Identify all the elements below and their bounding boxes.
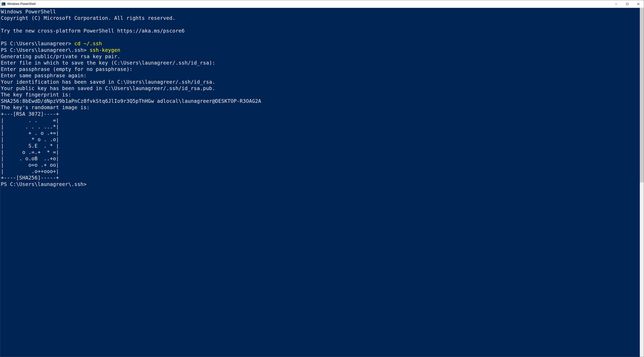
powershell-icon	[2, 2, 6, 6]
randomart-line: +----[SHA256]-----+	[1, 175, 59, 180]
scrollbar-thumb[interactable]	[640, 8, 644, 182]
command-text: cd ~/.ssh	[74, 40, 102, 46]
maximize-button[interactable]	[622, 0, 633, 8]
close-button[interactable]	[633, 0, 644, 8]
output-line: Enter file in which to save the key (C:\…	[1, 60, 215, 66]
randomart-line: +---[RSA 3072]----+	[1, 111, 59, 117]
randomart-line: | . . . ...*|	[1, 124, 59, 130]
minimize-button[interactable]	[611, 0, 622, 8]
randomart-line: | . . =|	[1, 118, 59, 123]
window-title: Windows PowerShell	[7, 2, 611, 6]
terminal-output[interactable]: Windows PowerShell Copyright (C) Microso…	[0, 8, 640, 357]
randomart-line: | o=o .+ oo|	[1, 162, 59, 168]
prompt: PS C:\Users\launagreer\.ssh>	[1, 47, 90, 53]
banner-line: Copyright (C) Microsoft Corporation. All…	[1, 15, 176, 21]
randomart-line: | . o.oB ..+o|	[1, 156, 59, 162]
window-controls	[611, 0, 644, 8]
randomart-line: | .o++ooo+|	[1, 168, 59, 174]
output-line: SHA256:8bEwdD/dNpzV9b1aPnCz8fvkStq6JlIo9…	[1, 98, 261, 104]
vertical-scrollbar[interactable]	[640, 8, 644, 357]
randomart-line: | + . o .+=|	[1, 130, 59, 136]
content-area: Windows PowerShell Copyright (C) Microso…	[0, 8, 644, 357]
prompt: PS C:\Users\launagreer\.ssh>	[1, 181, 90, 187]
output-line: The key's randomart image is:	[1, 104, 90, 110]
try-line: Try the new cross-platform PowerShell ht…	[1, 28, 185, 34]
output-line: The key fingerprint is:	[1, 92, 71, 98]
output-line: Enter passphrase (empty for no passphras…	[1, 66, 132, 72]
output-line: Your public key has been saved in C:\Use…	[1, 85, 215, 91]
output-line: Enter same passphrase again:	[1, 72, 86, 78]
command-text: ssh-keygen	[90, 47, 120, 53]
titlebar[interactable]: Windows PowerShell	[0, 0, 644, 8]
randomart-line: | S.E . * |	[1, 143, 59, 149]
randomart-line: | * o . .o|	[1, 136, 59, 142]
powershell-window: Windows PowerShell Windows PowerShell Co…	[0, 0, 644, 357]
output-line: Generating public/private rsa key pair.	[1, 54, 120, 59]
svg-rect-3	[626, 3, 628, 5]
output-line: Your identification has been saved in C:…	[1, 79, 215, 85]
banner-line: Windows PowerShell	[1, 9, 56, 14]
prompt: PS C:\Users\launagreer>	[1, 40, 74, 46]
randomart-line: | o .=.+ * =|	[1, 149, 59, 155]
